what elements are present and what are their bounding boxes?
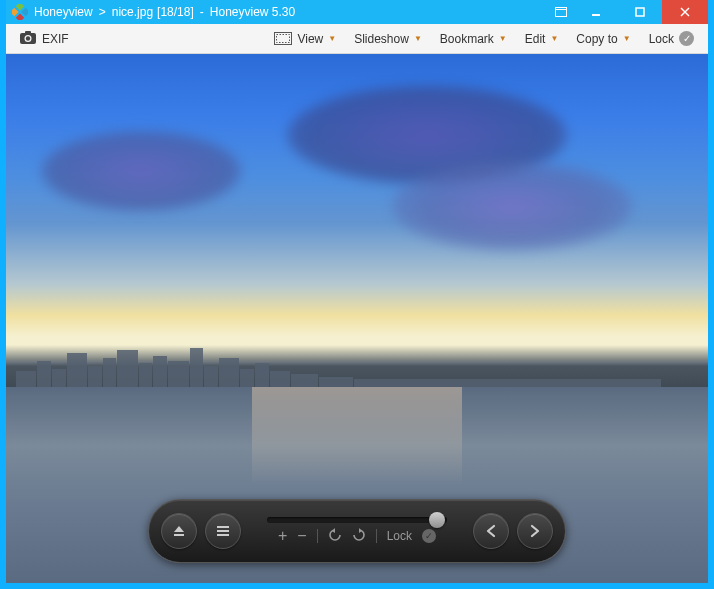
- title-counter: [18/18]: [157, 5, 194, 19]
- separator: [376, 529, 377, 543]
- bookmark-label: Bookmark: [440, 32, 494, 46]
- exif-label: EXIF: [42, 32, 69, 46]
- slideshow-menu[interactable]: Slideshow ▼: [348, 29, 428, 49]
- image-viewport[interactable]: + − Lock ✓: [6, 54, 708, 583]
- chevron-down-icon: ▼: [623, 34, 631, 43]
- svg-rect-3: [16, 13, 24, 20]
- menu-button[interactable]: [205, 513, 241, 549]
- chevron-down-icon: ▼: [550, 34, 558, 43]
- app-window: Honeyview > nice.jpg [18/18] - Honeyview…: [6, 0, 708, 583]
- chevron-down-icon: ▼: [328, 34, 336, 43]
- svg-rect-19: [217, 534, 229, 536]
- title-dash: -: [200, 5, 204, 19]
- exif-button[interactable]: EXIF: [14, 29, 75, 49]
- eject-button[interactable]: [161, 513, 197, 549]
- close-button[interactable]: [662, 0, 708, 24]
- svg-rect-16: [174, 534, 184, 536]
- rotate-right-button[interactable]: [352, 528, 366, 545]
- svg-rect-4: [556, 8, 567, 17]
- check-circle-icon: ✓: [679, 31, 694, 46]
- svg-rect-2: [12, 8, 19, 16]
- overlay-center: + − Lock ✓: [249, 517, 465, 545]
- svg-point-13: [26, 36, 30, 40]
- title-app-version: Honeyview 5.30: [210, 5, 295, 19]
- next-button[interactable]: [517, 513, 553, 549]
- app-logo-icon: [12, 4, 28, 20]
- svg-rect-0: [16, 4, 24, 11]
- fullscreen-button[interactable]: [548, 0, 574, 24]
- check-circle-icon: ✓: [422, 529, 436, 543]
- svg-rect-11: [25, 31, 31, 34]
- view-label: View: [297, 32, 323, 46]
- svg-rect-1: [21, 8, 28, 16]
- slideshow-label: Slideshow: [354, 32, 409, 46]
- camera-icon: [20, 31, 36, 47]
- lock-label: Lock: [649, 32, 674, 46]
- lock-button[interactable]: Lock ✓: [643, 28, 700, 49]
- sub-controls: + − Lock ✓: [278, 527, 436, 545]
- bookmark-menu[interactable]: Bookmark ▼: [434, 29, 513, 49]
- minimize-button[interactable]: [574, 0, 618, 24]
- toolbar: EXIF View ▼ Slideshow ▼ Bookmark ▼ Edit …: [6, 24, 708, 54]
- zoom-slider[interactable]: [267, 517, 447, 523]
- titlebar[interactable]: Honeyview > nice.jpg [18/18] - Honeyview…: [6, 0, 708, 24]
- zoom-out-button[interactable]: −: [297, 527, 306, 545]
- overlay-controls: + − Lock ✓: [148, 499, 566, 563]
- copy-to-menu[interactable]: Copy to ▼: [570, 29, 636, 49]
- edit-label: Edit: [525, 32, 546, 46]
- zoom-in-button[interactable]: +: [278, 527, 287, 545]
- title-sep: >: [99, 5, 106, 19]
- title-app-name: Honeyview: [34, 5, 93, 19]
- rotate-left-button[interactable]: [328, 528, 342, 545]
- svg-rect-15: [277, 35, 290, 43]
- slider-thumb[interactable]: [429, 512, 445, 528]
- svg-rect-17: [217, 526, 229, 528]
- chevron-down-icon: ▼: [414, 34, 422, 43]
- copy-to-label: Copy to: [576, 32, 617, 46]
- edit-menu[interactable]: Edit ▼: [519, 29, 565, 49]
- previous-button[interactable]: [473, 513, 509, 549]
- view-menu[interactable]: View ▼: [268, 29, 342, 49]
- title-file-name: nice.jpg: [112, 5, 153, 19]
- view-icon: [274, 32, 292, 45]
- chevron-down-icon: ▼: [499, 34, 507, 43]
- separator: [317, 529, 318, 543]
- svg-rect-18: [217, 530, 229, 532]
- overlay-lock-label[interactable]: Lock: [387, 529, 412, 543]
- maximize-button[interactable]: [618, 0, 662, 24]
- svg-rect-7: [636, 8, 644, 16]
